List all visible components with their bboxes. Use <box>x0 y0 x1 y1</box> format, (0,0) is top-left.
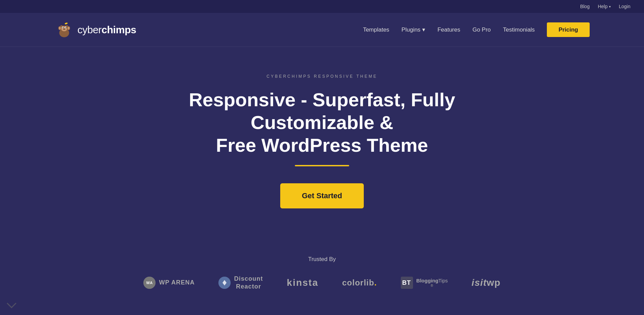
nav-item-pricing: Pricing <box>547 26 590 33</box>
nav-item-templates: Templates <box>363 26 389 33</box>
wparena-logo: WA WP ARENA <box>143 277 195 289</box>
logo-text: cyberchimps <box>77 24 136 36</box>
nav-item-plugins: Plugins ▾ <box>401 26 425 33</box>
kinsta-text: kinsta <box>287 277 318 288</box>
colorlib-logo: colorlib. <box>342 278 377 288</box>
logo-text-part2: chimps <box>102 24 136 35</box>
trusted-section: Trusted By WA WP ARENA Discount Reactor … <box>0 256 644 304</box>
help-link[interactable]: Help ▾ <box>598 4 611 9</box>
nav-item-features: Features <box>437 26 460 33</box>
logo-text-part1: cyber <box>77 24 102 35</box>
hero-title-line1: Responsive - Superfast, Fully Customizab… <box>189 89 455 133</box>
nav-item-testimonials: Testimonials <box>503 26 535 33</box>
help-chevron-icon: ▾ <box>609 5 611 8</box>
discount-reactor-text1: Discount <box>234 275 263 283</box>
discount-reactor-logo: Discount Reactor <box>218 275 263 291</box>
bloggingtips-super: ® <box>416 284 448 288</box>
blog-link[interactable]: Blog <box>580 4 590 9</box>
logo-link[interactable]: cyberchimps <box>54 20 136 40</box>
trusted-logos: WA WP ARENA Discount Reactor kinsta colo… <box>14 275 630 291</box>
hero-title-line2: Free WordPress Theme <box>216 134 428 156</box>
plugins-chevron-icon: ▾ <box>422 26 425 33</box>
main-nav: cyberchimps Templates Plugins ▾ Features… <box>0 13 644 47</box>
bloggingtips-icon: BT <box>401 277 413 289</box>
login-link[interactable]: Login <box>619 4 630 9</box>
isitwp-text: isitwp <box>471 277 500 288</box>
hero-section: CYBERCHIMPS RESPONSIVE THEME Responsive … <box>0 47 644 256</box>
svg-point-8 <box>59 26 61 30</box>
svg-point-6 <box>66 27 67 28</box>
wparena-text: WP ARENA <box>159 279 195 286</box>
pricing-button[interactable]: Pricing <box>547 22 590 37</box>
top-bar: Blog Help ▾ Login <box>0 0 644 13</box>
colorlib-text: colorlib. <box>342 278 377 288</box>
plugins-link[interactable]: Plugins ▾ <box>401 26 425 33</box>
logo-icon <box>54 20 74 40</box>
svg-text:BT: BT <box>402 279 411 286</box>
help-label: Help <box>598 4 608 9</box>
hero-title: Responsive - Superfast, Fully Customizab… <box>169 88 475 157</box>
hero-subtitle: CYBERCHIMPS RESPONSIVE THEME <box>267 74 378 79</box>
svg-point-12 <box>63 29 64 29</box>
testimonials-link[interactable]: Testimonials <box>503 26 535 33</box>
hero-underline <box>295 165 349 166</box>
kinsta-logo: kinsta <box>287 277 318 288</box>
svg-point-13 <box>64 29 65 29</box>
wparena-icon: WA <box>143 277 156 289</box>
discount-reactor-icon <box>218 277 231 289</box>
gopro-link[interactable]: Go Pro <box>472 26 491 33</box>
templates-link[interactable]: Templates <box>363 26 389 33</box>
isitwp-logo: isitwp <box>471 277 500 288</box>
get-started-button[interactable]: Get Started <box>280 183 364 208</box>
nav-links: Templates Plugins ▾ Features Go Pro Test… <box>363 26 590 33</box>
features-link[interactable]: Features <box>437 26 460 33</box>
svg-point-10 <box>68 26 70 30</box>
trusted-label: Trusted By <box>14 256 630 263</box>
svg-point-5 <box>62 27 64 28</box>
bloggingtips-text1: BloggingTips <box>416 278 448 284</box>
discount-reactor-text2: Reactor <box>234 283 263 291</box>
bloggingtips-logo: BT BloggingTips ® <box>401 277 448 289</box>
nav-item-gopro: Go Pro <box>472 26 491 33</box>
